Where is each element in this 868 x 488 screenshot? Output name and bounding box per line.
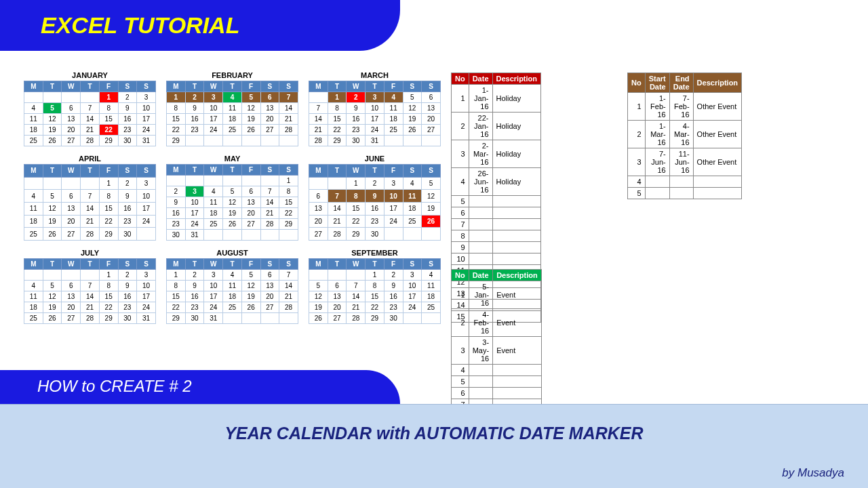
day-cell [241,230,260,241]
day-cell [43,92,62,103]
day-cell: 20 [62,302,81,313]
day-cell: 14 [328,202,347,215]
day-cell: 29 [167,136,186,146]
day-cell: 26 [43,228,62,241]
day-cell: 9 [185,103,204,114]
day-cell [403,228,422,241]
day-cell [223,136,242,146]
day-cell: 5 [43,103,62,114]
day-cell: 18 [24,125,43,136]
day-cell: 2 [366,177,384,190]
day-cell: 30 [118,313,137,324]
day-cell: 28 [347,313,366,324]
day-cell: 27 [62,136,81,146]
day-cell: 24 [366,125,384,136]
day-cell: 12 [223,197,242,208]
day-cell [422,313,441,324]
day-cell: 1 [99,92,118,103]
day-cell: 22 [99,125,118,136]
day-cell: 19 [241,114,260,125]
day-cell: 2 [118,177,137,190]
day-cell: 27 [260,125,279,136]
day-cell: 2 [384,270,403,281]
day-cell: 15 [167,291,186,302]
day-cell: 1 [167,92,186,103]
day-cell [167,176,186,186]
day-cell [43,270,62,281]
day-cell: 20 [260,291,279,302]
table-row: 426-Jun-16Holiday [452,168,541,196]
day-cell: 28 [309,136,328,146]
day-cell: 27 [328,313,347,324]
day-cell: 23 [185,302,204,313]
day-cell: 28 [81,313,100,324]
byline: by Musadya [782,466,844,480]
day-cell: 22 [279,208,298,219]
day-cell: 20 [309,215,328,228]
day-cell: 29 [279,219,298,230]
day-cell: 16 [185,291,204,302]
day-cell: 25 [204,219,223,230]
month-july: JULYMTWTFSS12345678910111213141516171819… [24,249,156,324]
day-cell [223,313,242,324]
month-caption: JUNE [309,155,441,164]
day-cell: 10 [137,190,156,203]
day-cell: 7 [81,190,100,203]
day-cell: 26 [241,302,260,313]
day-cell [384,228,403,241]
day-cell: 17 [366,114,384,125]
day-cell: 20 [62,215,81,228]
day-cell [347,270,366,281]
day-cell: 2 [118,270,137,281]
day-cell: 6 [62,190,81,203]
day-cell [43,177,62,190]
day-cell: 10 [384,190,403,203]
day-cell: 11 [24,202,43,215]
month-caption: APRIL [24,155,156,164]
table-row: 24-Feb-16Event [452,309,542,337]
day-cell: 25 [223,125,242,136]
day-cell [260,230,279,241]
day-cell: 19 [43,125,62,136]
day-cell: 15 [99,114,118,125]
day-cell: 18 [204,208,223,219]
month-may: MAYMTWTFSS123456789101112131415161718192… [166,155,298,241]
day-cell: 3 [366,92,384,103]
day-cell: 11 [24,114,43,125]
day-cell [422,136,441,146]
table-row: 11-Feb-167-Feb-16Other Event [628,93,742,121]
day-cell: 6 [62,103,81,114]
table-row: 4 [452,365,542,376]
day-cell: 19 [223,208,242,219]
day-cell [24,177,43,190]
bottom-bar: YEAR CALENDAR with AUTOMATIC DATE MARKER… [0,404,868,488]
day-cell: 27 [62,313,81,324]
day-cell: 20 [328,302,347,313]
day-cell: 15 [99,202,118,215]
day-cell: 9 [185,281,204,291]
day-cell: 5 [403,92,422,103]
day-cell: 12 [422,190,441,203]
day-cell: 2 [185,92,204,103]
day-cell [309,177,328,190]
day-cell: 21 [81,125,100,136]
month-april: APRILMTWTFSS1234567891011121314151617181… [24,155,156,241]
day-cell [328,177,347,190]
day-cell: 9 [167,197,186,208]
day-cell: 24 [137,125,156,136]
day-cell: 14 [260,197,279,208]
ranges-table: NoStart DateEnd DateDescription11-Feb-16… [627,73,742,199]
day-cell: 31 [204,313,223,324]
day-cell [241,313,260,324]
day-cell [62,270,81,281]
day-cell: 11 [24,291,43,302]
table-row: 5 [452,376,542,388]
day-cell: 29 [347,228,366,241]
month-september: SEPTEMBERMTWTFSS123456789101112131415161… [309,249,441,324]
day-cell [279,313,298,324]
day-cell: 14 [81,202,100,215]
day-cell: 13 [62,291,81,302]
day-cell: 3 [137,177,156,190]
day-cell: 11 [223,103,242,114]
day-cell [241,136,260,146]
